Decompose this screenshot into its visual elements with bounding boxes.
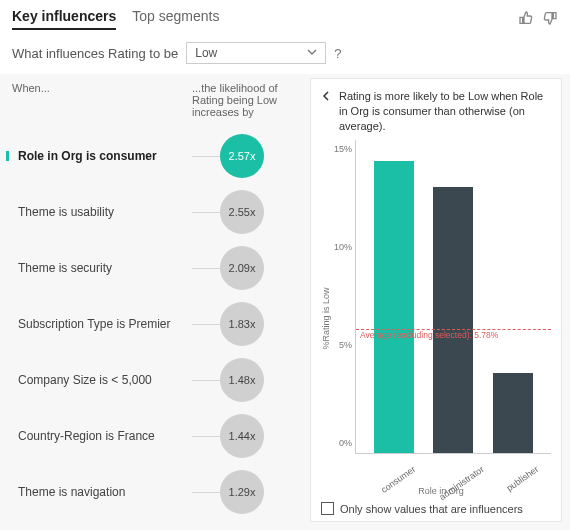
- influencer-label: Theme is usability: [12, 205, 192, 219]
- connector-line: [192, 380, 220, 381]
- influencer-label: Role in Org is consumer: [12, 149, 192, 163]
- dropdown-selected: Low: [195, 46, 217, 60]
- help-icon[interactable]: ?: [334, 46, 341, 61]
- average-line-label: Average (excluding selected): 5.78%: [360, 330, 498, 340]
- column-header-likelihood: ...the likelihood of Rating being Low in…: [192, 82, 302, 118]
- influencer-label: Country-Region is France: [12, 429, 192, 443]
- chart-bar[interactable]: [374, 161, 414, 453]
- connector-line: [192, 156, 220, 157]
- influencer-label: Subscription Type is Premier: [12, 317, 192, 331]
- influencer-label: Theme is security: [12, 261, 192, 275]
- influencer-row[interactable]: Theme is usability2.55x: [12, 184, 302, 240]
- influencer-row[interactable]: Country-Region is France1.44x: [12, 408, 302, 464]
- influencer-label: Company Size is < 5,000: [12, 373, 192, 387]
- connector-line: [192, 492, 220, 493]
- chart-y-axis-label: %Rating is Low: [321, 140, 331, 496]
- only-influencers-checkbox[interactable]: [321, 502, 334, 515]
- influencer-row[interactable]: Theme is security2.09x: [12, 240, 302, 296]
- column-header-when: When...: [12, 82, 192, 118]
- only-influencers-label: Only show values that are influencers: [340, 503, 523, 515]
- connector-line: [192, 212, 220, 213]
- average-reference-line: Average (excluding selected): 5.78%: [356, 329, 551, 340]
- detail-panel: Rating is more likely to be Low when Rol…: [310, 78, 562, 522]
- y-tick: 15%: [332, 144, 352, 154]
- influencer-label: Theme is navigation: [12, 485, 192, 499]
- question-prefix: What influences Rating to be: [12, 46, 178, 61]
- connector-line: [192, 268, 220, 269]
- detail-summary: Rating is more likely to be Low when Rol…: [339, 89, 551, 134]
- chevron-down-icon: [307, 46, 317, 60]
- tab-top-segments[interactable]: Top segments: [132, 8, 219, 30]
- connector-line: [192, 324, 220, 325]
- bar-chart: Average (excluding selected): 5.78% 0%5%…: [355, 140, 551, 454]
- influencer-bubble: 2.57x: [220, 134, 264, 178]
- chart-bar[interactable]: [493, 373, 533, 453]
- influencer-bubble: 1.83x: [220, 302, 264, 346]
- influencer-row[interactable]: Subscription Type is Premier1.83x: [12, 296, 302, 352]
- y-tick: 10%: [332, 242, 352, 252]
- influencer-row[interactable]: Company Size is < 5,0001.48x: [12, 352, 302, 408]
- influencer-bubble: 1.44x: [220, 414, 264, 458]
- y-tick: 0%: [332, 438, 352, 448]
- influencer-row[interactable]: Role in Org is consumer2.57x: [12, 128, 302, 184]
- influencer-bubble: 1.29x: [220, 470, 264, 514]
- influencer-bubble: 2.09x: [220, 246, 264, 290]
- x-tick: administrator: [438, 464, 486, 502]
- thumbs-down-icon[interactable]: [542, 10, 558, 29]
- connector-line: [192, 436, 220, 437]
- rating-state-dropdown[interactable]: Low: [186, 42, 326, 64]
- influencer-row[interactable]: Theme is navigation1.29x: [12, 464, 302, 520]
- back-arrow-icon[interactable]: [321, 89, 333, 134]
- influencer-bubble: 2.55x: [220, 190, 264, 234]
- chart-bar[interactable]: [433, 187, 473, 453]
- y-tick: 5%: [332, 340, 352, 350]
- thumbs-up-icon[interactable]: [518, 10, 534, 29]
- tab-key-influencers[interactable]: Key influencers: [12, 8, 116, 30]
- influencer-bubble: 1.48x: [220, 358, 264, 402]
